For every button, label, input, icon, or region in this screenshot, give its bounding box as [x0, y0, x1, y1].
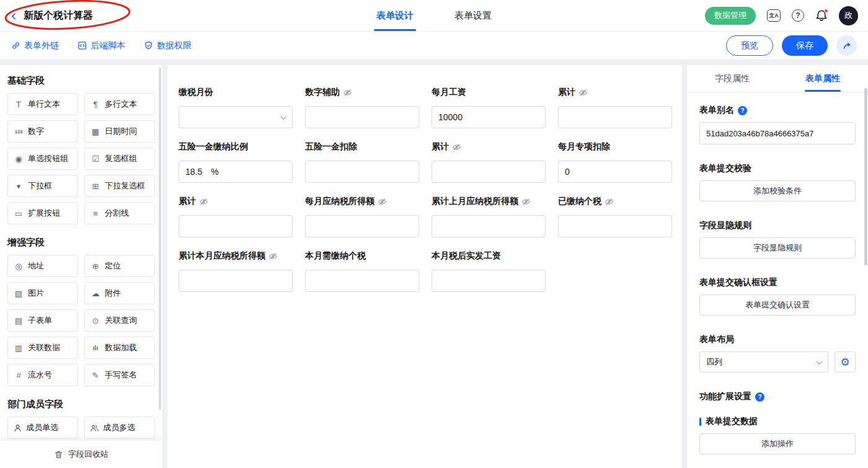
form-field[interactable]: 数字辅助: [305, 86, 419, 128]
preview-button[interactable]: 预览: [726, 35, 773, 56]
form-field[interactable]: 五险一金缴纳比例 18.5%: [179, 141, 293, 183]
subform-icon: ▤: [13, 316, 24, 325]
sidebar-item[interactable]: ✎手写签名: [84, 364, 155, 386]
form-field[interactable]: 五险一金扣除: [305, 141, 419, 183]
sidebar-item[interactable]: ◎地址: [7, 255, 78, 277]
signature-icon: ✎: [90, 371, 101, 380]
visibility-rules-button[interactable]: 字段显隐规则: [699, 237, 856, 258]
sidebar-item[interactable]: ⊙关联查询: [84, 309, 155, 332]
notification-bell-icon[interactable]: [815, 9, 828, 22]
sidebar-item[interactable]: ◉单选按钮组: [7, 148, 78, 170]
form-field[interactable]: 累计: [179, 195, 293, 237]
serial-number-icon: #: [13, 371, 24, 380]
sidebar-item[interactable]: ▥关联数据: [7, 337, 78, 359]
back-button[interactable]: ‹: [10, 8, 17, 23]
sidebar-item[interactable]: ☑复选框组: [84, 148, 155, 170]
single-line-text-icon: T: [13, 100, 24, 109]
form-field[interactable]: 累计本月应纳税所得额: [179, 250, 293, 292]
save-button[interactable]: 保存: [782, 35, 828, 56]
form-field[interactable]: 累计: [432, 141, 546, 183]
chevron-down-icon: [817, 358, 823, 364]
form-field[interactable]: 累计上月应纳税所得额: [432, 195, 546, 237]
sidebar-item[interactable]: ⊞下拉复选框: [84, 175, 155, 197]
help-icon[interactable]: ?: [792, 9, 804, 22]
field-recycle-bin[interactable]: 字段回收站: [0, 441, 162, 468]
eye-invisible-icon: [604, 197, 614, 206]
tab-form-settings[interactable]: 表单设置: [452, 0, 494, 31]
field-input[interactable]: [432, 270, 546, 292]
sidebar-item[interactable]: ⊕定位: [84, 255, 155, 277]
sidebar-item[interactable]: ▤子表单: [7, 309, 78, 332]
member-single-icon: [13, 423, 22, 433]
field-input[interactable]: [305, 106, 419, 128]
sidebar-item[interactable]: ▭扩展按钮: [7, 202, 78, 224]
field-input[interactable]: [558, 215, 672, 237]
layout-settings-button[interactable]: ⚙: [835, 351, 856, 373]
form-field[interactable]: 已缴纳个税: [558, 195, 672, 237]
number-icon: 123: [13, 129, 24, 135]
field-label: 本月需缴纳个税: [305, 250, 366, 262]
form-field[interactable]: 每月应纳税所得额: [305, 195, 419, 237]
backend-script-link[interactable]: 后端脚本: [78, 40, 125, 51]
sidebar-item[interactable]: ▦日期时间: [84, 120, 155, 143]
eye-invisible-icon: [268, 252, 278, 261]
sidebar-item[interactable]: 成员多选: [84, 417, 155, 439]
field-label: 五险一金缴纳比例: [179, 141, 248, 152]
sidebar-item[interactable]: #流水号: [7, 364, 78, 386]
tab-field-properties[interactable]: 字段属性: [687, 65, 777, 92]
language-icon[interactable]: 文A: [767, 9, 781, 22]
tab-form-properties[interactable]: 表单属性: [777, 65, 868, 92]
add-validation-button[interactable]: 添加校验条件: [699, 180, 856, 201]
alias-help-icon[interactable]: ?: [738, 106, 747, 115]
sidebar-item[interactable]: ▾下拉框: [7, 175, 78, 197]
form-field[interactable]: 本月需缴纳个税: [305, 250, 419, 292]
field-input[interactable]: 18.5%: [179, 161, 293, 183]
sidebar-item[interactable]: ≡分割线: [84, 202, 155, 224]
field-input[interactable]: [432, 106, 546, 128]
form-field[interactable]: 本月税后实发工资: [432, 250, 546, 292]
form-alias-input[interactable]: [699, 122, 856, 144]
form-field[interactable]: 每月工资: [432, 86, 546, 128]
data-permission-link[interactable]: 数据权限: [144, 40, 192, 51]
sidebar-item[interactable]: 123数字: [7, 120, 78, 143]
field-label: 数字辅助: [305, 87, 340, 98]
field-input[interactable]: [432, 215, 546, 237]
visibility-rules-label: 字段显隐规则: [699, 220, 751, 231]
extension-help-icon[interactable]: ?: [755, 392, 764, 402]
field-input[interactable]: [305, 270, 419, 292]
field-select[interactable]: [179, 106, 293, 128]
data-manage-button[interactable]: 数据管理: [705, 7, 756, 25]
form-canvas[interactable]: 缴税月份 数字辅助 每月工资 累计 五险一金缴纳比例 18.: [167, 65, 682, 468]
form-field[interactable]: 累计: [558, 86, 672, 128]
field-input[interactable]: [432, 161, 546, 183]
submit-data-add-button[interactable]: 添加操作: [699, 433, 856, 454]
sidebar-scrollbar[interactable]: [159, 68, 161, 410]
eye-invisible-icon: [199, 197, 208, 206]
form-field[interactable]: 缴税月份: [179, 86, 293, 128]
sidebar-item[interactable]: ¶多行文本: [84, 93, 155, 115]
multi-line-text-icon: ¶: [90, 100, 101, 109]
field-label: 累计: [558, 87, 575, 98]
field-input[interactable]: [305, 215, 419, 237]
field-input[interactable]: [558, 106, 672, 128]
extend-button-icon: ▭: [13, 209, 24, 218]
sidebar-item[interactable]: T单行文本: [7, 93, 78, 115]
field-input[interactable]: [179, 270, 293, 292]
field-input[interactable]: [179, 215, 293, 237]
sidebar-item[interactable]: ▧图片: [7, 282, 78, 304]
submit-check-label: 表单提交校验: [699, 163, 751, 174]
layout-select[interactable]: 四列: [699, 351, 828, 373]
share-button[interactable]: [836, 35, 857, 56]
field-input[interactable]: [558, 161, 672, 183]
window-scrollbar[interactable]: [864, 88, 867, 265]
item-label: 子表单: [28, 315, 52, 326]
form-field[interactable]: 每月专项扣除: [558, 141, 672, 183]
submit-confirm-button[interactable]: 表单提交确认设置: [699, 294, 856, 316]
sidebar-item[interactable]: 成员单选: [7, 417, 78, 439]
tab-form-design[interactable]: 表单设计: [374, 0, 416, 31]
form-external-link[interactable]: 表单外链: [11, 40, 59, 51]
user-avatar[interactable]: 政: [839, 6, 858, 25]
field-input[interactable]: [305, 161, 419, 183]
sidebar-item[interactable]: ılı数据加载: [84, 337, 155, 359]
sidebar-item[interactable]: ☁附件: [84, 282, 155, 304]
